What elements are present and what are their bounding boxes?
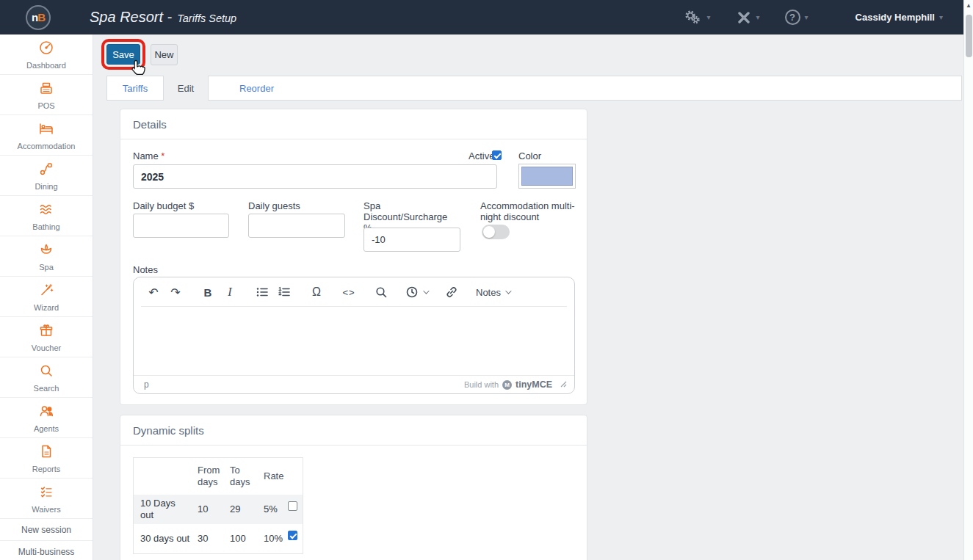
document-icon [38,443,54,462]
active-checkbox[interactable] [492,150,502,160]
sidebar-item-reports[interactable]: Reports [0,438,93,479]
user-menu[interactable]: Cassidy Hemphill ▾ [833,12,943,23]
main-content: Save New Tariffs Edit Reorder Details Na… [93,34,963,560]
undo-icon[interactable]: ↶ [145,283,162,301]
sidebar-item-pos[interactable]: POS [0,75,93,115]
logo-container: nB [0,5,76,30]
sidebar-item-bathing[interactable]: Bathing [0,196,93,236]
sidebar-item-agents[interactable]: Agents [0,398,93,438]
editor-status-bar: p Build with M tinyMCE [134,375,574,393]
toggle-knob [483,226,495,238]
link-icon[interactable] [444,283,460,301]
editor-content-area[interactable] [134,307,574,375]
sidebar-item-label: Voucher [32,343,61,352]
integrations-icon [736,10,752,26]
page-scrollbar[interactable]: ▲ [963,0,973,560]
split-checkbox-cell [285,495,303,512]
header-actions: ▾ ▾ ? ▾ Cassidy Hemphill ▾ [664,9,964,26]
sidebar-item-accommodation[interactable]: Accommodation [0,115,93,156]
required-asterisk: * [161,150,164,161]
daily-guests-label: Daily guests [248,200,300,211]
bold-icon[interactable]: B [200,283,216,301]
split-to-days: 29 [223,503,257,515]
page-title-main: Spa Resort - [90,9,172,26]
notes-editor: ↶ ↷ B I Ω <> [133,277,575,394]
help-menu[interactable]: ? ▾ [785,10,809,25]
help-icon: ? [785,10,800,25]
name-input[interactable] [133,164,497,189]
sidebar-item-search[interactable]: Search [0,357,93,398]
split-to-days: 100 [223,533,257,545]
page-title: Spa Resort - Tariffs Setup [90,9,236,26]
color-picker[interactable] [518,164,576,189]
split-from-days: 10 [191,503,223,515]
sidebar-item-dashboard[interactable]: Dashboard [0,34,93,75]
sidebar-item-spa[interactable]: Spa [0,236,93,277]
daily-guests-input[interactable] [248,214,345,238]
checklist-icon [38,484,54,503]
tinymce-logo-icon: M [502,380,512,390]
cash-register-icon [38,80,54,99]
chevron-down-icon: ▾ [939,13,943,21]
branding-text: Build with [464,380,499,389]
magnifier-icon [38,363,54,382]
history-icon[interactable] [405,283,427,301]
spa-discount-input[interactable] [363,228,460,252]
cursor-icon [130,59,146,81]
details-panel-title: Details [120,109,587,139]
notes-menu-button[interactable]: Notes [476,287,510,298]
tab-edit[interactable]: Edit [164,76,208,101]
editor-toolbar: ↶ ↷ B I Ω <> [134,277,574,307]
italic-icon[interactable]: I [222,283,238,301]
bed-icon [38,120,54,139]
element-path[interactable]: p [144,379,149,390]
split-name: 30 days out [134,533,191,545]
sidebar-item-wizard[interactable]: Wizard [0,277,93,317]
people-icon [38,403,54,422]
chevron-down-icon: ▾ [805,13,809,21]
dynamic-splits-panel: Dynamic splits From days To days Rate 10… [120,415,587,560]
brand-logo[interactable]: nB [26,5,51,30]
sidebar-item-label: Reports [32,465,61,473]
sidebar-item-label: Accommodation [18,142,76,150]
split-rate: 5% [257,503,285,515]
chevron-down-icon [505,288,511,294]
sidebar-item-waivers[interactable]: Waivers [0,479,93,519]
daily-budget-input[interactable] [133,214,229,238]
sidebar-item-label: Wizard [34,303,59,312]
editor-branding: Build with M tinyMCE [464,379,567,390]
split-checkbox[interactable] [288,501,297,511]
split-rate: 10% [257,533,285,545]
accommodation-discount-toggle[interactable] [482,225,510,239]
sidebar-item-voucher[interactable]: Voucher [0,317,93,357]
gift-icon [38,322,54,341]
sidebar-item-new-session[interactable]: New session [0,519,93,541]
app-window: nB Spa Resort - Tariffs Setup ▾ [0,0,973,560]
daily-budget-label: Daily budget $ [133,200,194,211]
gauge-icon [38,40,54,59]
new-button[interactable]: New [151,44,178,65]
logo-letter-n: n [32,11,37,23]
settings-menu[interactable]: ▾ [683,9,711,26]
split-checkbox[interactable] [288,531,297,540]
logo-letter-b: B [37,11,45,23]
split-from-days: 30 [191,533,223,545]
bullet-list-icon[interactable] [254,283,270,301]
top-header: nB Spa Resort - Tariffs Setup ▾ [0,0,963,34]
page-title-sub: Tariffs Setup [177,12,236,24]
scroll-up-arrow-icon[interactable]: ▲ [964,2,973,9]
numbered-list-icon[interactable] [276,283,292,301]
special-character-icon[interactable]: Ω [308,283,325,301]
integrations-menu[interactable]: ▾ [736,10,760,26]
tab-reorder[interactable]: Reorder [208,76,962,101]
sidebar-item-multi-business[interactable]: Multi-business [0,541,93,560]
resize-handle-icon[interactable] [560,380,567,389]
scrollbar-thumb[interactable] [966,15,972,57]
redo-icon[interactable]: ↷ [167,283,184,301]
search-icon[interactable] [373,283,389,301]
lotus-icon [38,241,54,261]
sidebar-item-dining[interactable]: Dining [0,156,93,196]
sidebar-item-label: Multi-business [18,547,75,557]
settings-gears-icon [683,9,703,26]
source-code-icon[interactable]: <> [341,283,357,301]
